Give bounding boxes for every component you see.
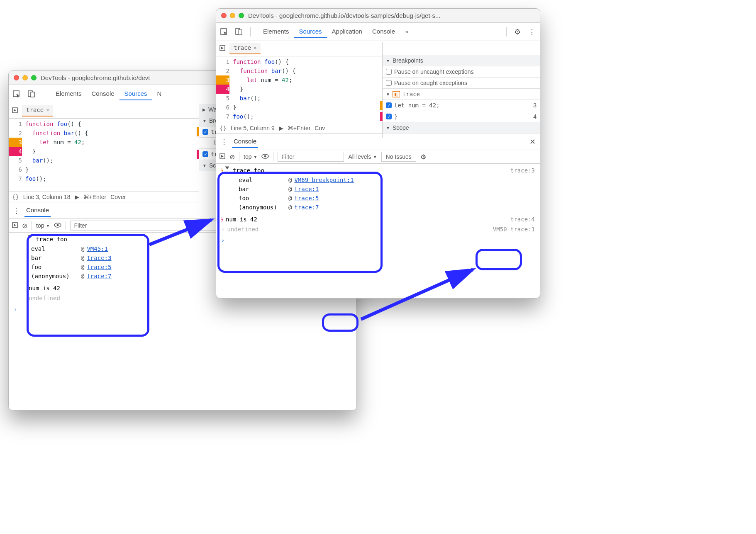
checkbox-icon[interactable] [386,69,392,75]
stack-frame[interactable]: bar@trace:3 [216,184,540,194]
source-link[interactable]: VM45:1 [87,244,108,253]
prompt-icon[interactable]: › [14,305,351,314]
pretty-print-icon[interactable]: {} [12,194,19,200]
checkbox-icon[interactable]: ✓ [202,151,208,157]
maximize-icon[interactable] [31,75,37,80]
close-icon[interactable]: ✕ [529,137,536,146]
eye-icon[interactable] [54,222,61,229]
navigator-icon[interactable] [219,45,225,52]
source-link[interactable]: trace:3 [294,184,319,194]
pause-caught[interactable]: Pause on caught exceptions [383,78,540,89]
tab-console[interactable]: Console [232,135,258,148]
source-link[interactable]: trace:5 [87,262,111,272]
line-number[interactable]: 3 [9,138,22,147]
inspect-icon[interactable] [220,28,228,36]
line-number[interactable]: 1 [9,119,22,129]
line-number[interactable]: 6 [216,103,229,112]
close-icon[interactable]: ✕ [46,107,49,113]
console-trace[interactable]: ⦒trace foo trace:3 [216,165,540,175]
close-icon[interactable]: ✕ [254,45,256,51]
stack-frame[interactable]: eval@VM69 breakpoint:1 [216,175,540,184]
line-number[interactable]: 4 [9,147,22,156]
line-number[interactable]: 5 [216,94,229,103]
breakpoint-item[interactable]: ✓}4 [383,111,540,122]
source-link[interactable]: VM50 trace:1 [493,225,535,234]
source-link[interactable]: trace:7 [87,272,111,281]
prompt-icon[interactable]: › [221,236,535,245]
tab-console[interactable]: Console [367,25,400,38]
tab-next[interactable]: N [152,87,167,100]
at-symbol: @ [81,253,84,262]
tabs-overflow-icon[interactable]: » [400,25,413,38]
tab-elements[interactable]: Elements [51,87,87,100]
clear-icon[interactable]: ⊘ [229,153,235,161]
minimize-icon[interactable] [22,75,28,80]
levels-select[interactable]: All levels ▼ [348,153,377,160]
kebab-icon[interactable]: ⋮ [220,137,228,146]
pause-uncaught[interactable]: Pause on uncaught exceptions [383,66,540,78]
gear-icon[interactable]: ⚙ [514,27,521,36]
checkbox-icon[interactable] [386,80,392,86]
editor-statusbar: {} Line 5, Column 9 ▶ ⌘+Enter Cov [216,123,383,134]
navigator-icon[interactable] [12,107,18,114]
undefined-text: undefined [227,225,259,234]
eye-icon[interactable] [261,153,269,160]
line-number[interactable]: 5 [9,156,22,165]
maximize-icon[interactable] [239,13,244,18]
tab-sources[interactable]: Sources [294,25,327,38]
breakpoints-section[interactable]: ▼Breakpoints [383,55,540,66]
context-select[interactable]: top ▼ [36,222,50,229]
source-link[interactable]: trace:7 [294,203,319,212]
breakpoint-item[interactable]: ✓let num = 42;3 [383,100,540,111]
tab-elements[interactable]: Elements [258,25,294,38]
disclosure-icon[interactable] [225,167,229,170]
device-icon[interactable] [235,28,243,36]
traffic-lights [221,13,244,18]
source-link[interactable]: trace:3 [87,253,111,262]
source-link[interactable]: trace:5 [294,194,319,203]
kebab-icon[interactable]: ⋮ [13,206,20,215]
line-number[interactable]: 2 [216,66,229,75]
checkbox-icon[interactable]: ✓ [386,102,392,108]
line-number[interactable]: 7 [216,112,229,121]
disclosure-icon[interactable] [28,235,32,238]
close-icon[interactable] [14,75,19,80]
source-link[interactable]: trace:3 [510,166,535,175]
tab-console[interactable]: Console [87,87,119,100]
line-number[interactable]: 3 [216,75,229,85]
close-icon[interactable] [221,13,227,18]
device-icon[interactable] [28,90,35,98]
checkbox-icon[interactable]: ✓ [386,114,392,119]
frame-fn: bar [239,184,288,194]
pretty-print-icon[interactable]: {} [219,125,227,131]
svg-point-19 [264,155,266,158]
sidebar-toggle-icon[interactable] [12,222,18,229]
scope-section[interactable]: ▼Scope [383,122,540,134]
file-tab-trace[interactable]: trace ✕ [22,105,53,117]
line-number[interactable]: 1 [216,57,229,66]
source-link[interactable]: VM69 breakpoint:1 [294,175,354,184]
shortcut-hint: ⌘+Enter [83,194,107,200]
breakpoint-file[interactable]: ▼◧trace [383,89,540,100]
minimize-icon[interactable] [230,13,235,18]
tab-sources[interactable]: Sources [119,87,152,100]
file-tab-trace[interactable]: trace ✕ [229,43,261,54]
source-link[interactable]: trace:4 [510,215,535,224]
issues-button[interactable]: No Issues [381,152,416,162]
filter-input[interactable] [278,152,344,162]
line-number[interactable]: 2 [9,129,22,138]
stack-frame[interactable]: foo@trace:5 [216,194,540,203]
tab-application[interactable]: Application [327,25,367,38]
line-number[interactable]: 4 [216,85,229,94]
tab-console[interactable]: Console [24,204,51,217]
context-select[interactable]: top ▼ [244,153,257,160]
line-number[interactable]: 7 [9,174,22,183]
sidebar-toggle-icon[interactable] [219,153,225,160]
checkbox-icon[interactable]: ✓ [202,129,208,135]
stack-frame[interactable]: (anonymous)@trace:7 [216,203,540,212]
line-number[interactable]: 6 [9,165,22,174]
kebab-icon[interactable]: ⋮ [528,27,536,36]
clear-icon[interactable]: ⊘ [22,222,27,230]
inspect-icon[interactable] [13,90,20,98]
gear-icon[interactable]: ⚙ [420,153,426,161]
